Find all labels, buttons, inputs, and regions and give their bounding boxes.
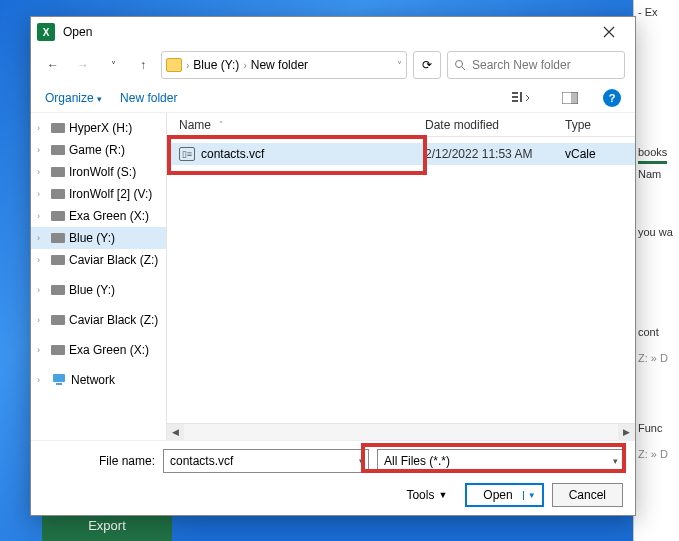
excel-icon: X — [37, 23, 55, 41]
drive-icon — [51, 285, 65, 295]
back-button[interactable]: ← — [41, 53, 65, 77]
filetype-filter-combobox[interactable]: All Files (*.*)▾ — [377, 449, 623, 473]
tree-item-drive[interactable]: ›HyperX (H:) — [31, 117, 166, 139]
chevron-right-icon: › — [37, 285, 47, 295]
chevron-right-icon: › — [37, 233, 47, 243]
chevron-right-icon: › — [243, 60, 246, 71]
drive-icon — [51, 315, 65, 325]
svg-rect-5 — [520, 92, 522, 102]
chevron-right-icon: › — [37, 189, 47, 199]
forward-button[interactable]: → — [71, 53, 95, 77]
nav-row: ← → ˅ ↑ › Blue (Y:) › New folder ˅ ⟳ Sea… — [31, 47, 635, 83]
cancel-button[interactable]: Cancel — [552, 483, 623, 507]
tree-item-drive[interactable]: ›Exa Green (X:) — [31, 205, 166, 227]
drive-icon — [51, 345, 65, 355]
svg-point-0 — [456, 61, 463, 68]
column-name[interactable]: Name˄ — [167, 118, 425, 132]
scroll-right-icon[interactable]: ▶ — [618, 424, 635, 441]
address-bar[interactable]: › Blue (Y:) › New folder ˅ — [161, 51, 407, 79]
drive-icon — [51, 255, 65, 265]
tree-item-drive[interactable]: ›IronWolf (S:) — [31, 161, 166, 183]
chevron-down-icon: ▾ — [97, 94, 102, 104]
tree-item-drive[interactable]: ›Exa Green (X:) — [31, 339, 166, 361]
column-headers: Name˄ Date modified Type — [167, 113, 635, 137]
column-type[interactable]: Type — [565, 118, 635, 132]
chevron-right-icon: › — [37, 345, 47, 355]
column-date[interactable]: Date modified — [425, 118, 565, 132]
help-button[interactable]: ? — [603, 89, 621, 107]
search-placeholder: Search New folder — [472, 58, 571, 72]
folder-icon — [166, 58, 182, 72]
open-file-dialog: X Open ← → ˅ ↑ › Blue (Y:) › New folder … — [30, 16, 636, 516]
dialog-footer: File name: contacts.vcf▾ All Files (*.*)… — [31, 440, 635, 515]
recent-locations-button[interactable]: ˅ — [101, 53, 125, 77]
chevron-right-icon: › — [37, 375, 47, 385]
refresh-button[interactable]: ⟳ — [413, 51, 441, 79]
chevron-right-icon: › — [37, 167, 47, 177]
drive-icon — [51, 211, 65, 221]
tree-item-drive[interactable]: ›Game (R:) — [31, 139, 166, 161]
close-button[interactable] — [589, 17, 629, 47]
svg-rect-9 — [56, 383, 62, 385]
svg-rect-8 — [53, 374, 65, 382]
breadcrumb-segment[interactable]: Blue (Y:) — [193, 58, 239, 72]
preview-pane-button[interactable] — [555, 87, 585, 109]
svg-line-1 — [462, 67, 465, 70]
chevron-down-icon: ▾ — [613, 456, 618, 466]
chevron-down-icon: ▾ — [359, 456, 364, 466]
chevron-down-icon: ▼ — [438, 490, 447, 500]
drive-icon — [51, 145, 65, 155]
chevron-right-icon: › — [37, 315, 47, 325]
open-split-dropdown[interactable]: ▼ — [523, 491, 536, 500]
drive-icon — [51, 167, 65, 177]
tree-item-drive[interactable]: ›Blue (Y:) — [31, 227, 166, 249]
chevron-down-icon[interactable]: ˅ — [397, 60, 402, 71]
network-icon — [51, 373, 67, 387]
toolbar: Organize ▾ New folder ? — [31, 83, 635, 113]
chevron-right-icon: › — [37, 211, 47, 221]
tree-item-network[interactable]: › Network — [31, 369, 166, 391]
search-icon — [454, 59, 466, 71]
file-type: vCale — [565, 147, 635, 161]
tree-item-drive[interactable]: ›IronWolf [2] (V:) — [31, 183, 166, 205]
dialog-body: ›HyperX (H:) ›Game (R:) ›IronWolf (S:) ›… — [31, 113, 635, 440]
chevron-right-icon: › — [37, 145, 47, 155]
file-row[interactable]: ▯≡contacts.vcf 2/12/2022 11:53 AM vCale — [167, 143, 635, 165]
dialog-title: Open — [63, 25, 589, 39]
breadcrumb-segment[interactable]: New folder — [251, 58, 308, 72]
scroll-left-icon[interactable]: ◀ — [167, 424, 184, 441]
svg-rect-4 — [512, 100, 518, 102]
tree-item-drive[interactable]: ›Caviar Black (Z:) — [31, 309, 166, 331]
vcard-icon: ▯≡ — [179, 147, 195, 161]
filename-combobox[interactable]: contacts.vcf▾ — [163, 449, 369, 473]
background-app-strip: - Ex books Nam you wa cont Z: » D Func Z… — [633, 0, 679, 541]
tools-menu[interactable]: Tools ▼ — [406, 488, 447, 502]
filename-label: File name: — [43, 454, 155, 468]
titlebar: X Open — [31, 17, 635, 47]
tree-item-drive[interactable]: ›Blue (Y:) — [31, 279, 166, 301]
horizontal-scrollbar[interactable]: ◀ ▶ — [167, 423, 635, 440]
folder-tree: ›HyperX (H:) ›Game (R:) ›IronWolf (S:) ›… — [31, 113, 167, 440]
tree-item-drive[interactable]: ›Caviar Black (Z:) — [31, 249, 166, 271]
file-pane: Name˄ Date modified Type ▯≡contacts.vcf … — [167, 113, 635, 440]
open-button[interactable]: Open▼ — [465, 483, 543, 507]
svg-rect-7 — [571, 92, 578, 104]
chevron-right-icon: › — [37, 123, 47, 133]
drive-icon — [51, 189, 65, 199]
svg-rect-2 — [512, 92, 518, 94]
file-date: 2/12/2022 11:53 AM — [425, 147, 565, 161]
chevron-right-icon: › — [37, 255, 47, 265]
chevron-right-icon: › — [186, 60, 189, 71]
drive-icon — [51, 123, 65, 133]
view-options-button[interactable] — [507, 87, 537, 109]
svg-rect-3 — [512, 96, 518, 98]
organize-menu[interactable]: Organize ▾ — [45, 91, 102, 105]
file-list: ▯≡contacts.vcf 2/12/2022 11:53 AM vCale — [167, 137, 635, 423]
new-folder-button[interactable]: New folder — [120, 91, 177, 105]
sort-indicator-icon: ˄ — [219, 120, 223, 129]
drive-icon — [51, 233, 65, 243]
search-input[interactable]: Search New folder — [447, 51, 625, 79]
up-button[interactable]: ↑ — [131, 53, 155, 77]
